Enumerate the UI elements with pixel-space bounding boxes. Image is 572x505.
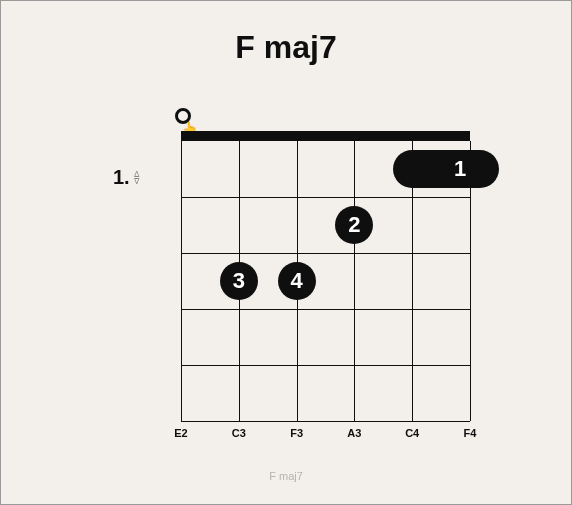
stepper-icon: ᐃᐁ <box>134 171 139 185</box>
tuning-label: A3 <box>344 427 364 439</box>
fret-line <box>181 253 470 254</box>
fret-line <box>181 421 470 422</box>
chord-title: F maj7 <box>1 1 571 66</box>
tuning-labels: E2C3F3A3C4F4 <box>181 427 470 439</box>
fret-line <box>181 197 470 198</box>
nut <box>181 131 470 141</box>
footer-chord-label: F maj7 <box>1 470 571 482</box>
finger-dot-4[interactable]: 4 <box>278 262 316 300</box>
tuning-label: C4 <box>402 427 422 439</box>
finger-dot-2[interactable]: 2 <box>335 206 373 244</box>
finger-barre-1[interactable]: 1 <box>393 150 499 188</box>
chord-diagram[interactable]: 1234 <box>181 131 470 421</box>
tuning-label: F3 <box>287 427 307 439</box>
starting-fret-stepper[interactable]: 1. ᐃᐁ <box>113 166 139 189</box>
fret-line <box>181 309 470 310</box>
open-string-marker[interactable] <box>175 108 191 124</box>
fretboard-grid[interactable]: 1234 <box>181 141 470 421</box>
tuning-label: F4 <box>460 427 480 439</box>
tuning-label: C3 <box>229 427 249 439</box>
fret-line <box>181 365 470 366</box>
string-line <box>354 141 355 421</box>
starting-fret-number: 1. <box>113 166 130 189</box>
string-line <box>181 141 182 421</box>
finger-dot-3[interactable]: 3 <box>220 262 258 300</box>
tuning-label: E2 <box>171 427 191 439</box>
